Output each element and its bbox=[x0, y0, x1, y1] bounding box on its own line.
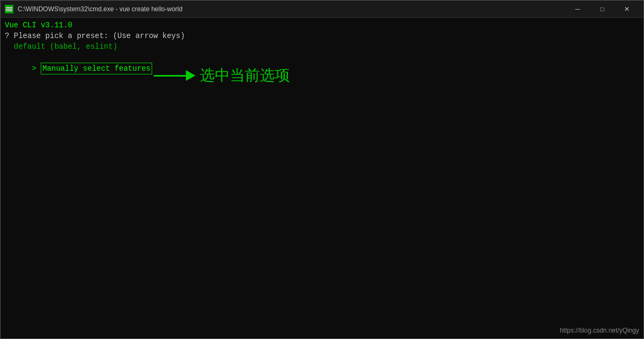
minimize-button[interactable]: ─ bbox=[565, 1, 590, 18]
watermark: https://blog.csdn.net/yQingy bbox=[560, 327, 639, 334]
annotation-text: 选中当前选项 bbox=[200, 65, 290, 86]
terminal-line-2: ? Please pick a preset: (Use arrow keys) bbox=[5, 31, 639, 41]
svg-rect-1 bbox=[6, 9, 12, 10]
window-title: C:\WINDOWS\system32\cmd.exe - vue create… bbox=[18, 5, 565, 13]
annotation-arrow: 选中当前选项 bbox=[154, 65, 290, 86]
window-controls: ─ □ ✕ bbox=[565, 1, 639, 18]
arrow-line bbox=[154, 75, 186, 77]
window-icon bbox=[5, 5, 13, 13]
svg-rect-2 bbox=[6, 10, 12, 11]
arrow-head bbox=[186, 70, 196, 81]
svg-rect-0 bbox=[6, 7, 12, 8]
window: C:\WINDOWS\system32\cmd.exe - vue create… bbox=[0, 0, 644, 339]
maximize-button[interactable]: □ bbox=[590, 1, 615, 18]
close-button[interactable]: ✕ bbox=[615, 1, 639, 18]
terminal-line-3: default (babel, eslint) bbox=[5, 41, 639, 52]
titlebar: C:\WINDOWS\system32\cmd.exe - vue create… bbox=[1, 1, 643, 18]
terminal-line-4: > Manually select features bbox=[5, 52, 639, 85]
terminal-body: Vue CLI v3.11.0 ? Please pick a preset: … bbox=[1, 18, 643, 338]
selected-option: Manually select features bbox=[41, 63, 152, 74]
terminal-line-1: Vue CLI v3.11.0 bbox=[5, 20, 639, 31]
